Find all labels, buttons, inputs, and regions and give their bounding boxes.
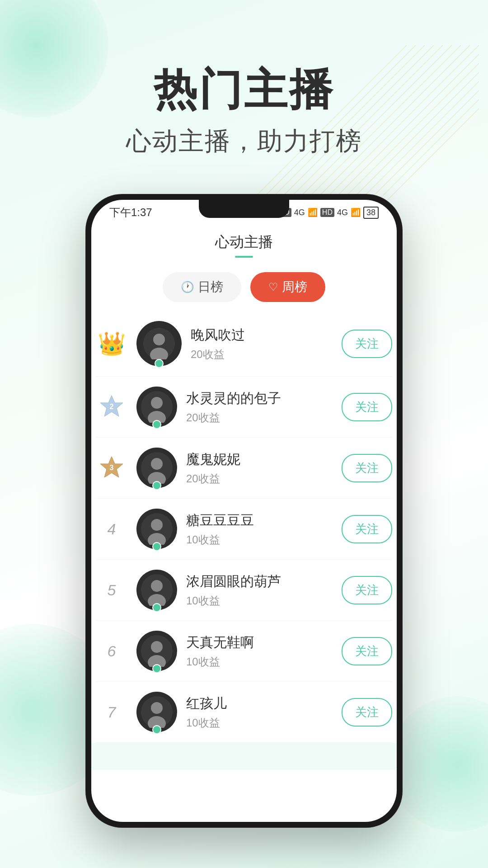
rank-item-4: 4 糖豆豆豆豆 10收益 — [96, 499, 392, 560]
avatar-online-dot-2 — [152, 420, 161, 429]
follow-button-3[interactable]: 关注 — [342, 454, 392, 482]
signal-icon-1: 📶 — [308, 208, 318, 217]
avatar-4 — [136, 509, 177, 549]
svg-point-30 — [151, 519, 163, 531]
user-info-6: 天真无鞋啊 10收益 — [186, 633, 333, 669]
follow-button-2[interactable]: 关注 — [342, 393, 392, 421]
follow-button-1[interactable]: 关注 — [342, 330, 392, 358]
tab-daily[interactable]: 🕐 日榜 — [163, 272, 241, 302]
rank-badge-3: 3 — [96, 456, 127, 480]
user-score-6: 10收益 — [186, 655, 333, 669]
svg-point-36 — [151, 641, 163, 653]
rank-number-5: 5 — [108, 581, 116, 599]
user-name-3: 魔鬼妮妮 — [186, 450, 333, 469]
svg-text:2: 2 — [110, 403, 114, 410]
rank-badge-1: 👑 — [96, 330, 127, 357]
avatar-online-dot-4 — [152, 542, 161, 551]
phone-notch — [199, 200, 289, 218]
daily-tab-icon: 🕐 — [181, 281, 194, 293]
crown-gold-icon: 👑 — [98, 330, 126, 357]
tab-bar: 🕐 日榜 ♡ 周榜 — [91, 265, 397, 311]
sub-title: 心动主播，助力打榜 — [0, 124, 488, 159]
rank-badge-2: 2 — [96, 395, 127, 419]
svg-point-39 — [151, 702, 163, 714]
follow-button-4[interactable]: 关注 — [342, 515, 392, 543]
user-info-3: 魔鬼妮妮 20收益 — [186, 450, 333, 486]
user-name-2: 水灵灵的的包子 — [186, 389, 333, 408]
svg-point-17 — [153, 334, 165, 345]
rank-item-7: 7 红孩儿 10收益 — [96, 682, 392, 743]
avatar-5 — [136, 570, 177, 610]
rank-item-6: 6 天真无鞋啊 10收益 — [96, 621, 392, 682]
phone-mockup: 下午1:37 ⏰ ⚡ HD 4G 📶 HD 4G 📶 38 心动主播 — [86, 194, 402, 827]
user-info-1: 晚风吹过 20收益 — [191, 326, 333, 362]
rank-item-5: 5 浓眉圆眼的葫芦 10收益 — [96, 560, 392, 621]
header-section: 热门主播 心动主播，助力打榜 — [0, 0, 488, 159]
avatar-3 — [136, 448, 177, 488]
user-info-4: 糖豆豆豆豆 10收益 — [186, 511, 333, 547]
follow-button-5[interactable]: 关注 — [342, 576, 392, 604]
app-title: 心动主播 — [91, 232, 397, 252]
phone-outer-shell: 下午1:37 ⏰ ⚡ HD 4G 📶 HD 4G 📶 38 心动主播 — [86, 194, 402, 827]
bottom-area — [91, 743, 397, 770]
rank-number-4: 4 — [108, 520, 116, 538]
rank-number-7: 7 — [108, 703, 116, 721]
user-score-7: 10收益 — [186, 716, 333, 730]
user-info-2: 水灵灵的的包子 20收益 — [186, 389, 333, 425]
header-underline — [235, 256, 253, 258]
rank-badge-7: 7 — [96, 703, 127, 721]
user-score-5: 10收益 — [186, 594, 333, 608]
tab-weekly[interactable]: ♡ 周榜 — [250, 272, 325, 302]
svg-point-33 — [151, 580, 163, 592]
avatar-online-dot-6 — [152, 664, 161, 673]
rank-item-3: 3 魔鬼妮妮 20收益 — [96, 438, 392, 499]
avatar-1 — [136, 321, 182, 366]
rank-number-6: 6 — [108, 642, 116, 660]
rank-badge-5: 5 — [96, 581, 127, 599]
signal-icon-2: 📶 — [351, 208, 361, 217]
battery-level: 38 — [363, 207, 379, 219]
user-name-7: 红孩儿 — [186, 694, 333, 713]
phone-screen: 下午1:37 ⏰ ⚡ HD 4G 📶 HD 4G 📶 38 心动主播 — [91, 200, 397, 822]
svg-text:3: 3 — [110, 464, 114, 472]
user-info-7: 红孩儿 10收益 — [186, 694, 333, 730]
avatar-2 — [136, 387, 177, 427]
user-score-3: 20收益 — [186, 472, 333, 486]
follow-button-6[interactable]: 关注 — [342, 637, 392, 665]
4g-icon-2: 4G — [337, 208, 348, 217]
rank-badge-4: 4 — [96, 520, 127, 538]
avatar-6 — [136, 631, 177, 671]
user-name-4: 糖豆豆豆豆 — [186, 511, 333, 530]
hd-badge-2: HD — [320, 208, 334, 217]
svg-point-22 — [151, 397, 163, 409]
svg-point-27 — [151, 458, 163, 470]
user-score-1: 20收益 — [191, 347, 333, 362]
follow-button-7[interactable]: 关注 — [342, 698, 392, 726]
weekly-tab-icon: ♡ — [268, 281, 278, 293]
avatar-online-dot-5 — [152, 603, 161, 612]
avatar-online-dot-1 — [155, 359, 164, 368]
avatar-online-dot-7 — [152, 725, 161, 734]
user-info-5: 浓眉圆眼的葫芦 10收益 — [186, 572, 333, 608]
main-title: 热门主播 — [0, 63, 488, 115]
app-header: 心动主播 — [91, 223, 397, 265]
avatar-7 — [136, 692, 177, 732]
user-name-1: 晚风吹过 — [191, 326, 333, 344]
rank-item-1: 👑 晚风吹过 20收益 — [96, 311, 392, 377]
avatar-online-dot-3 — [152, 481, 161, 490]
user-score-2: 20收益 — [186, 410, 333, 425]
weekly-tab-label: 周榜 — [282, 278, 307, 296]
rank-list: 👑 晚风吹过 20收益 — [91, 311, 397, 743]
user-name-5: 浓眉圆眼的葫芦 — [186, 572, 333, 591]
daily-tab-label: 日榜 — [198, 278, 223, 296]
rank-item-2: 2 水灵灵的的包子 20收益 — [96, 377, 392, 438]
bg-circle-bottom-right — [389, 696, 488, 832]
rank-badge-6: 6 — [96, 642, 127, 660]
user-score-4: 10收益 — [186, 533, 333, 547]
4g-icon: 4G — [294, 208, 305, 217]
status-time: 下午1:37 — [109, 205, 152, 220]
user-name-6: 天真无鞋啊 — [186, 633, 333, 652]
